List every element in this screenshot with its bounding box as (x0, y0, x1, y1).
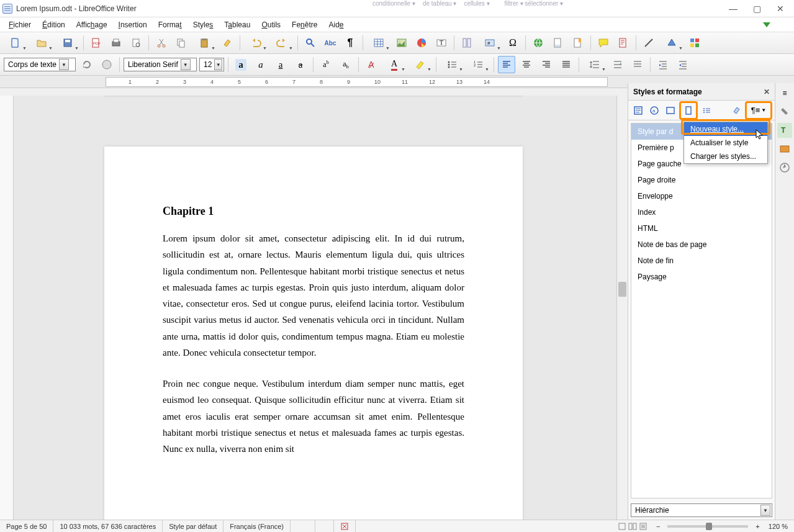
textbox-button[interactable]: T (433, 34, 450, 52)
minimize-button[interactable]: — (727, 4, 739, 14)
style-item-note-bas[interactable]: Note de bas de page (631, 237, 772, 253)
spellcheck-button[interactable]: Abc (322, 34, 339, 52)
chart-button[interactable] (413, 34, 430, 52)
print-preview-button[interactable] (127, 34, 145, 52)
status-view-buttons[interactable] (611, 520, 654, 532)
document-page[interactable]: Chapitre 1 Lorem ipsum dolor sit amet, c… (104, 147, 523, 520)
strikethrough-button[interactable]: a (292, 56, 309, 73)
sidebar-close-button[interactable]: ✕ (764, 88, 770, 96)
table-button[interactable]: ▼ (367, 34, 390, 52)
style-item-enveloppe[interactable]: Enveloppe (631, 188, 772, 204)
paste-button[interactable]: ▼ (192, 34, 216, 52)
bold-button[interactable]: a (232, 56, 250, 73)
align-justify-button[interactable] (557, 56, 575, 73)
style-item-html[interactable]: HTML (631, 220, 772, 237)
menu-nouveau-style[interactable]: Nouveau style... (684, 122, 767, 136)
style-item-note-fin[interactable]: Note de fin (631, 253, 772, 269)
update-style-button[interactable] (78, 56, 96, 73)
new-style-button[interactable] (98, 56, 115, 73)
sidebar-settings-icon[interactable]: ≡ (777, 86, 792, 101)
menu-tableau[interactable]: Tableau (219, 19, 255, 30)
status-insert-mode[interactable] (291, 520, 315, 532)
paragraph-styles-icon[interactable] (631, 103, 646, 118)
save-button[interactable]: ▼ (56, 34, 79, 52)
status-page[interactable]: Page 5 de 50 (0, 520, 53, 532)
clone-format-button[interactable] (219, 34, 236, 52)
open-button[interactable]: ▼ (30, 34, 53, 52)
style-filter-combo[interactable]: Hiérarchie ▼ (631, 503, 772, 517)
scrollbar-thumb[interactable] (618, 282, 626, 297)
status-language[interactable]: Français (France) (223, 520, 291, 532)
export-pdf-button[interactable]: PDF (88, 34, 105, 52)
align-center-button[interactable] (518, 56, 535, 73)
menu-affichage[interactable]: Affichage (71, 19, 112, 30)
redo-button[interactable]: ▼ (270, 34, 294, 52)
zoom-slider[interactable] (667, 525, 748, 528)
font-size-combo[interactable]: 12▼ (199, 58, 224, 71)
menu-actualiser-style[interactable]: Actualiser le style (684, 136, 767, 150)
menu-outils[interactable]: Outils (256, 19, 286, 30)
print-button[interactable] (107, 34, 125, 52)
maximize-button[interactable]: ▢ (751, 4, 763, 14)
menu-edition[interactable]: Édition (37, 19, 70, 30)
new-doc-button[interactable]: ▼ (4, 34, 27, 52)
style-item-index[interactable]: Index (631, 204, 772, 220)
line-spacing-button[interactable]: ▼ (583, 56, 607, 73)
close-button[interactable]: ✕ (774, 4, 787, 14)
subscript-button[interactable]: ab (337, 56, 354, 73)
underline-button[interactable]: a (272, 56, 289, 73)
increase-spacing-button[interactable] (609, 56, 626, 73)
increase-indent-button[interactable] (654, 56, 672, 73)
status-page-style[interactable]: Style par défaut (163, 520, 223, 532)
highlight-button[interactable]: ▼ (408, 56, 432, 73)
horizontal-ruler[interactable]: 1 2 3 4 5 6 7 8 9 10 11 12 13 14 (106, 77, 608, 87)
frame-styles-icon[interactable] (663, 103, 678, 118)
decrease-spacing-button[interactable] (629, 56, 646, 73)
decrease-indent-button[interactable] (674, 56, 692, 73)
vertical-ruler[interactable] (0, 96, 14, 520)
align-right-button[interactable] (538, 56, 555, 73)
track-changes-button[interactable] (615, 34, 632, 52)
status-signature[interactable] (334, 520, 356, 532)
zoom-out-button[interactable]: − (654, 523, 662, 530)
comment-button[interactable] (595, 34, 612, 52)
find-replace-button[interactable] (302, 34, 319, 52)
menu-format[interactable]: Format (153, 19, 187, 30)
clear-formatting-button[interactable]: A̷ (363, 56, 380, 73)
superscript-button[interactable]: ab (317, 56, 335, 73)
list-styles-icon[interactable] (699, 103, 714, 118)
hyperlink-button[interactable] (530, 34, 547, 52)
vertical-scrollbar[interactable] (616, 96, 628, 520)
zoom-slider-knob[interactable] (706, 523, 712, 530)
fill-format-icon[interactable] (729, 103, 744, 118)
status-word-count[interactable]: 10 033 mots, 67 636 caractères (53, 520, 163, 532)
styles-list[interactable]: Style par d Première p Page gauche Page … (631, 123, 772, 498)
cut-button[interactable] (153, 34, 170, 52)
bullet-list-button[interactable]: ▼ (440, 56, 464, 73)
sidebar-styles-icon[interactable]: T (777, 123, 792, 138)
sidebar-gallery-icon[interactable] (777, 142, 792, 156)
draw-functions-button[interactable] (686, 34, 703, 52)
bookmark-button[interactable] (569, 34, 587, 52)
basic-shapes-button[interactable]: ▼ (660, 34, 683, 52)
status-selection-mode[interactable] (315, 520, 334, 532)
line-button[interactable] (640, 34, 657, 52)
menu-fichier[interactable]: Fichier (4, 19, 36, 30)
menu-aide[interactable]: Aide (323, 19, 348, 30)
field-button[interactable]: #▼ (478, 34, 502, 52)
menu-styles[interactable]: Styles (188, 19, 219, 30)
font-name-combo[interactable]: Liberation Serif▼ (124, 58, 197, 71)
style-item-paysage[interactable]: Paysage (631, 269, 772, 285)
font-color-button[interactable]: A▼ (382, 56, 406, 73)
undo-button[interactable]: ▼ (244, 34, 268, 52)
paragraph-style-combo[interactable]: Corps de texte▼ (4, 58, 76, 71)
page-styles-icon[interactable] (679, 101, 698, 120)
image-button[interactable] (393, 34, 410, 52)
page-break-button[interactable] (458, 34, 476, 52)
menu-fenetre[interactable]: Fenêtre (287, 19, 322, 30)
zoom-percent[interactable]: 120 % (762, 520, 794, 532)
style-item-page-droite[interactable]: Page droite (631, 172, 772, 188)
copy-button[interactable] (173, 34, 190, 52)
new-style-dropdown-button[interactable]: ¶≡▼ (745, 101, 772, 120)
align-left-button[interactable] (498, 56, 515, 73)
